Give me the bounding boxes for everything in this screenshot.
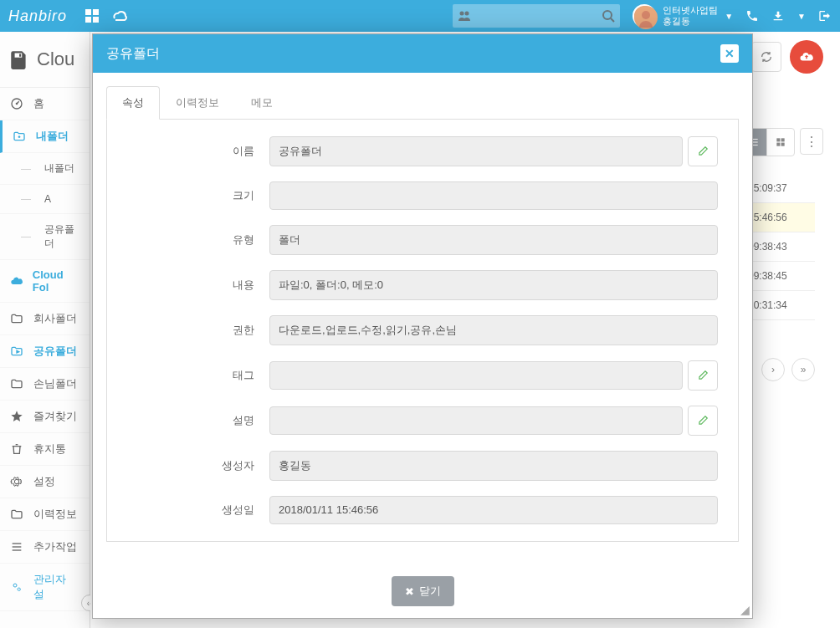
resize-handle[interactable]: ◢	[740, 606, 750, 616]
gear-icon	[10, 475, 25, 488]
search-icon[interactable]	[602, 9, 615, 23]
svg-point-17	[13, 584, 17, 587]
header-search[interactable]	[453, 4, 620, 28]
close-label: 닫기	[419, 584, 441, 599]
row-created: 생성일 2018/01/11 15:46:56	[127, 496, 718, 524]
sidebar-label: 추가작업	[33, 539, 77, 554]
download-icon[interactable]	[771, 9, 785, 23]
next-page-button[interactable]: ›	[761, 358, 785, 381]
label-content: 내용	[127, 278, 269, 293]
sidebar-sub-a[interactable]: A	[0, 185, 90, 214]
label-creator: 생성자	[127, 458, 269, 473]
chevron-down-icon-2[interactable]: ▼	[797, 12, 806, 21]
row-name: 이름 공유폴더	[127, 136, 718, 166]
row-permission: 권한 다운로드,업로드,수정,읽기,공유,손님	[127, 315, 718, 345]
sidebar-label: A	[44, 193, 51, 205]
user-team: 인터넷사업팀	[663, 5, 718, 16]
row-tag: 태그	[127, 360, 718, 391]
edit-name-button[interactable]	[688, 136, 718, 166]
modal-title: 공유폴더	[106, 45, 160, 63]
sidebar-item-home[interactable]: 홈	[0, 88, 90, 120]
svg-rect-25	[781, 143, 785, 146]
sidebar-sub-myfolder[interactable]: 내폴더	[0, 153, 90, 185]
user-name: 홍길동	[663, 16, 718, 27]
people-icon	[458, 10, 471, 22]
label-size: 크기	[127, 188, 269, 203]
close-button[interactable]: ✖ 닫기	[392, 576, 454, 606]
folder-guest-icon	[10, 377, 25, 391]
svg-rect-24	[776, 143, 780, 146]
sidebar-item-company[interactable]: 회사폴더	[0, 303, 90, 335]
sidebar-item-guest[interactable]: 손님폴더	[0, 368, 90, 401]
modal-close-button[interactable]: ✕	[720, 44, 739, 63]
sidebar-label: 회사폴더	[33, 311, 77, 326]
pagination: › »	[761, 358, 815, 381]
user-area[interactable]: 인터넷사업팀 홍길동 ▼	[633, 4, 733, 28]
file-time: 15:46:56	[748, 203, 815, 232]
sidebar-sub-shared[interactable]: 공유폴더	[0, 214, 90, 260]
svg-line-7	[611, 18, 614, 22]
svg-rect-16	[13, 549, 22, 550]
svg-rect-3	[93, 17, 99, 23]
file-times-column: 15:09:37 15:46:56 09:38:43 09:38:45 10:3…	[748, 174, 815, 320]
modal-header: 공유폴더 ✕	[93, 34, 752, 73]
file-time: 10:31:34	[748, 291, 815, 320]
tab-history[interactable]: 이력정보	[160, 86, 235, 120]
refresh-button[interactable]	[751, 42, 781, 72]
value-creator: 홍길동	[269, 451, 718, 481]
edit-desc-button[interactable]	[688, 406, 718, 436]
sidebar-item-additional[interactable]: 추가작업	[0, 531, 90, 564]
tab-properties[interactable]: 속성	[106, 86, 160, 120]
tab-memo[interactable]: 메모	[235, 86, 289, 120]
more-button[interactable]: ⋮	[800, 128, 823, 155]
user-info: 인터넷사업팀 홍길동	[663, 5, 718, 27]
row-size: 크기	[127, 181, 718, 210]
sidebar-item-settings[interactable]: 설정	[0, 466, 90, 498]
folder-plus-icon	[13, 130, 28, 143]
sidebar-item-favorite[interactable]: 즐겨찾기	[0, 401, 90, 433]
sidebar-item-history[interactable]: 이력정보	[0, 498, 90, 531]
sidebar-item-trash[interactable]: 휴지통	[0, 433, 90, 466]
svg-rect-2	[85, 17, 91, 23]
close-icon: ✖	[405, 585, 414, 598]
svg-point-4	[460, 12, 464, 16]
avatar	[633, 4, 656, 28]
svg-point-5	[465, 12, 469, 16]
phone-icon[interactable]	[745, 9, 759, 23]
logout-icon[interactable]	[818, 9, 832, 23]
sidebar-label: 공유폴더	[33, 344, 77, 359]
sidebar-label: 홈	[33, 96, 44, 111]
sidebar-label: 손님폴더	[33, 376, 77, 391]
chevron-down-icon[interactable]: ▼	[725, 12, 733, 21]
upload-button[interactable]	[790, 40, 823, 74]
value-permission: 다운로드,업로드,수정,읽기,공유,손님	[269, 315, 718, 345]
dashboard-icon	[10, 97, 25, 110]
sidebar-item-myfolder[interactable]: 내폴더	[0, 120, 90, 153]
sidebar-item-shared[interactable]: 공유폴더	[0, 335, 90, 368]
row-content: 내용 파일:0, 폴더:0, 메모:0	[127, 270, 718, 300]
sidebar-title: Clou	[37, 49, 74, 70]
folder-share-icon	[10, 345, 25, 358]
trash-icon	[10, 442, 25, 456]
svg-point-9	[642, 11, 650, 19]
header-right-icons: ▼	[745, 9, 832, 23]
cloud-refresh-icon[interactable]	[110, 8, 127, 24]
sidebar-item-cloudfolder[interactable]: Cloud Fol	[0, 260, 90, 303]
grid-icon[interactable]	[84, 8, 100, 24]
sidebar-item-admin[interactable]: 관리자 설	[0, 564, 90, 611]
svg-point-6	[603, 11, 612, 19]
list-icon	[10, 540, 25, 554]
label-permission: 권한	[127, 323, 269, 338]
grid-view-button[interactable]	[767, 129, 794, 156]
row-creator: 생성자 홍길동	[127, 451, 718, 481]
label-type: 유형	[127, 232, 269, 248]
value-type: 폴더	[269, 225, 718, 255]
sidebar-label: 내폴더	[44, 161, 74, 176]
sidebar-label: 관리자 설	[33, 572, 79, 602]
last-page-button[interactable]: »	[791, 358, 815, 381]
sidebar-header: Clou	[0, 32, 90, 88]
tab-bar: 속성 이력정보 메모	[106, 86, 739, 120]
row-type: 유형 폴더	[127, 225, 718, 255]
sidebar: Clou 홈 내폴더 내폴더 A 공유폴더 Cloud Fol 회사폴더	[0, 32, 90, 628]
edit-tag-button[interactable]	[688, 360, 718, 391]
